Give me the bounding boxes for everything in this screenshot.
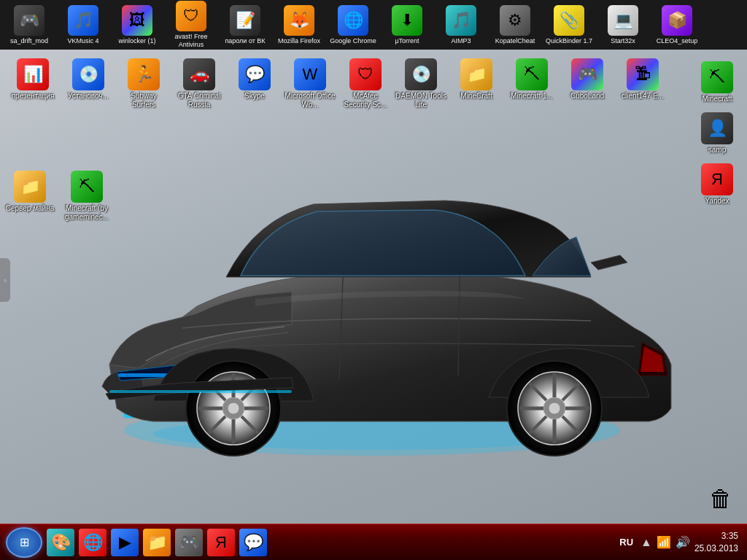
icon-label-daemon: DAEMON Tools Lite [395,92,446,109]
icon-minecraft_right[interactable]: ⛏ Minecraft [690,58,744,106]
icon-client147[interactable]: 🗜 client147 E... [616,55,670,104]
icon-ustanovoch[interactable]: 💿 Установоч... [61,55,115,104]
icon-minecraft1[interactable]: ⛏ Minecraft 1... [505,55,559,104]
icon-avast[interactable]: 🛡 avast! Free Antivirus [165,0,217,52]
taskbar-icon-chrome_tb[interactable]: 🌐 [79,529,107,556]
icon-winlocker[interactable]: 🖼 winlocker (1) [111,2,163,48]
icon-quickbinder[interactable]: 📎 QuickBinder 1.7 [543,2,595,48]
desktop: 🎮 sa_drift_mod 🎵 VKMusic 4 🖼 winlocker (… [0,0,747,560]
wallpaper-car [36,117,693,467]
icon-img-cuboland: 🎮 [571,58,603,90]
icon-img-ustanovoch: 💿 [72,58,104,90]
icon-img-utorrent: ⬇ [392,5,422,36]
icon-minecraft_folder[interactable]: 📁 MineCraft [449,55,503,104]
icon-kopatel[interactable]: ⚙ KopatelCheat [489,2,541,48]
icon-img-vkmusic4: 🎵 [68,5,98,36]
icon-gta[interactable]: 🚗 GTA Criminal Russia [172,55,226,112]
icon-img-start32x: 💻 [608,5,638,36]
icon-img-samp: 👤 [701,112,733,144]
windows-logo: ⊞ [20,535,29,549]
icon-server_main[interactable]: 📁 Сервер майна [3,168,57,225]
svg-point-28 [549,402,560,414]
start-button[interactable]: ⊞ [6,527,42,558]
icon-img-yandex: Я [701,163,733,195]
icon-img-chrome: 🌐 [338,5,368,36]
icon-img-skype: 💬 [239,58,271,90]
recycle-bin-area: 🗑 [709,486,732,513]
icon-row2: 📊 презентация 💿 Установоч... 🏃 Subway Su… [3,52,673,115]
icon-utorrent[interactable]: ⬇ μTorrent [381,2,433,48]
icon-label-samp: samp [708,146,726,155]
icon-mcafee[interactable]: 🛡 McAfee Security Sc... [338,55,392,112]
icon-label-aimp3: AIMP3 [451,37,471,45]
taskbar-icon-paint[interactable]: 🎨 [47,529,74,556]
icon-label-kopatel: KopatelCheat [495,37,535,45]
icon-label-utorrent: μTorrent [395,37,419,45]
left-icons-row3: 📁 Сервер майна ⛏ Minecraft (by gameminec… [3,168,114,225]
network-icon[interactable]: 📶 [657,535,671,549]
icon-img-server_main: 📁 [14,171,46,203]
icon-img-minecraft_folder: 📁 [460,58,492,90]
icon-img-subway: 🏃 [128,58,160,90]
icon-label-avast: avast! Free Antivirus [166,33,216,49]
icon-vkmusic4[interactable]: 🎵 VKMusic 4 [57,2,109,48]
icon-img-msoffice: W [294,58,326,90]
icon-label-paroli: пароли от ВК [225,37,265,45]
icon-firefox[interactable]: 🦊 Mozilla Firefox [273,2,325,48]
icon-subway[interactable]: 🏃 Subway Surfers [117,55,171,112]
icon-label-ustanovoch: Установоч... [68,92,109,101]
icon-minecraft_by[interactable]: ⛏ Minecraft (by gameminec... [60,168,114,225]
icon-label-sa_drift_mod: sa_drift_mod [10,37,48,45]
icon-img-gta: 🚗 [183,58,215,90]
icon-skype[interactable]: 💬 Skype [228,55,282,104]
clock-time: 3:35 [694,530,738,542]
icon-img-paroli: 📝 [230,5,260,36]
taskbar-right: RU ▲ 📶 🔊 3:35 25.03.2013 [619,530,744,555]
icon-label-firefox: Mozilla Firefox [278,37,320,45]
icon-img-client147: 🗜 [627,58,659,90]
icon-sa_drift_mod[interactable]: 🎮 sa_drift_mod [3,2,55,48]
icon-label-yandex: Yandex [705,197,729,206]
icon-yandex[interactable]: Я Yandex [690,160,744,209]
icon-img-sa_drift_mod: 🎮 [14,5,44,36]
icon-label-chrome: Google Chrome [330,37,376,45]
volume-icon[interactable]: 🔊 [676,535,690,549]
taskbar-icon-skype_tb[interactable]: 💬 [239,529,267,556]
icon-label-start32x: Start32x [611,37,635,45]
icon-img-minecraft_by: ⛏ [71,171,103,203]
sidebar-handle[interactable]: › [0,258,10,302]
icon-img-cleo4: 📦 [662,5,692,36]
icon-img-kopatel: ⚙ [500,5,530,36]
clock[interactable]: 3:35 25.03.2013 [694,530,738,555]
icon-img-mcafee: 🛡 [349,58,382,90]
icon-img-aimp3: 🎵 [446,5,476,36]
taskbar: ⊞ 🎨🌐▶📁🎮Я💬 RU ▲ 📶 🔊 3:35 25.03.2013 [0,524,747,560]
icon-img-winlocker: 🖼 [122,5,152,36]
icon-daemon[interactable]: 💿 DAEMON Tools Lite [394,55,448,112]
icon-label-mcafee: McAfee Security Sc... [340,92,391,109]
taskbar-icons: 🎨🌐▶📁🎮Я💬 [45,529,268,556]
svg-point-16 [228,402,239,414]
taskbar-icon-explorer[interactable]: 📁 [143,529,171,556]
icon-start32x[interactable]: 💻 Start32x [597,2,649,48]
icon-chrome[interactable]: 🌐 Google Chrome [327,2,379,48]
icon-label-minecraft_folder: MineCraft [460,92,492,101]
icon-msoffice[interactable]: W Microsoft Office Wo... [283,55,337,112]
arrow-up-icon[interactable]: ▲ [640,536,652,549]
recycle-bin-icon[interactable]: 🗑 [709,486,732,513]
icon-samp[interactable]: 👤 samp [690,109,744,158]
icon-label-client147: client147 E... [622,92,664,101]
icon-cleo4[interactable]: 📦 CLEO4_setup [651,2,703,48]
icon-img-prezentacia: 📊 [17,58,49,90]
right-icons: ⛏ Minecraft 👤 samp Я Yandex [690,58,744,209]
icon-prezentacia[interactable]: 📊 презентация [6,55,60,104]
taskbar-icon-media[interactable]: ▶ [111,529,139,556]
icon-img-daemon: 💿 [405,58,437,90]
icon-cuboland[interactable]: 🎮 CuboLand [560,55,614,104]
taskbar-icon-games[interactable]: 🎮 [175,529,203,556]
taskbar-icon-yandex_tb[interactable]: Я [207,529,235,556]
icon-img-quickbinder: 📎 [554,5,584,36]
icon-paroli[interactable]: 📝 пароли от ВК [219,2,271,48]
icon-aimp3[interactable]: 🎵 AIMP3 [435,2,487,48]
language-indicator[interactable]: RU [619,537,633,548]
